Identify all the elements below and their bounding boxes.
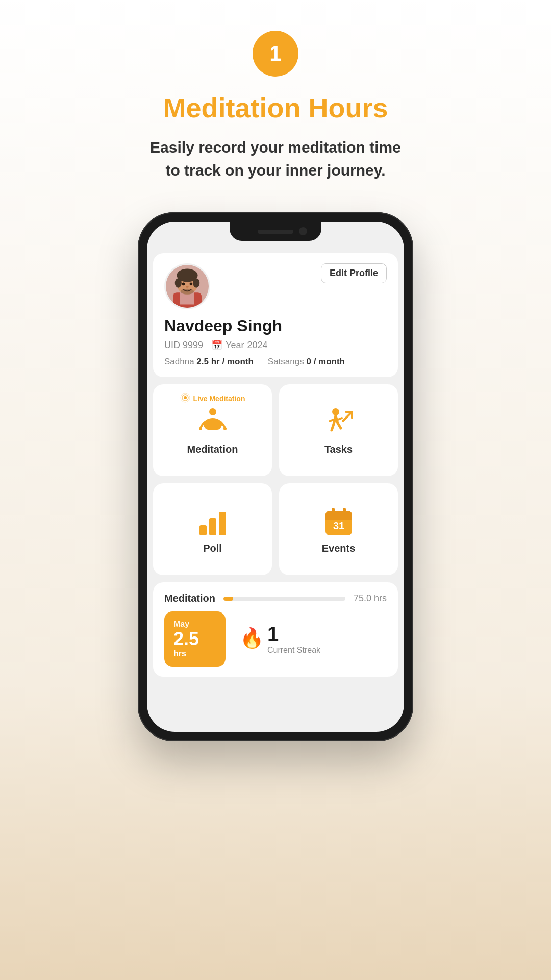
edit-profile-button[interactable]: Edit Profile xyxy=(321,263,387,283)
notch-camera xyxy=(299,227,307,235)
streak-icon: 🔥 xyxy=(238,624,262,654)
svg-point-7 xyxy=(182,283,185,286)
profile-stats: Sadhna 2.5 hr / month Satsangs 0 / month xyxy=(164,357,387,367)
uid-text: UID 9999 xyxy=(164,340,203,351)
events-label: Events xyxy=(322,543,356,554)
progress-title: Meditation xyxy=(164,593,215,604)
calendar-icon: 📅 xyxy=(211,339,222,351)
meditation-card[interactable]: Live Meditation xyxy=(153,384,272,476)
app-content: Edit Profile Navdeep Singh UID 9999 📅 Ye… xyxy=(147,222,404,732)
progress-cards: May 2.5 hrs 🔥 xyxy=(164,611,387,667)
svg-rect-21 xyxy=(219,512,226,535)
svg-point-11 xyxy=(184,396,187,399)
svg-point-9 xyxy=(186,286,189,288)
svg-point-8 xyxy=(190,283,193,286)
progress-bar-container xyxy=(223,597,345,601)
phone-mockup: Edit Profile Navdeep Singh UID 9999 📅 Ye… xyxy=(138,212,413,741)
month-value: 2.5 xyxy=(173,629,216,649)
phone-notch xyxy=(230,222,321,241)
streak-info: 1 Current Streak xyxy=(267,623,320,655)
satsangs-stat: Satsangs 0 / month xyxy=(268,357,345,367)
notch-speaker xyxy=(258,230,293,234)
profile-name: Navdeep Singh xyxy=(164,316,387,335)
svg-point-6 xyxy=(193,278,199,288)
month-label: May xyxy=(173,620,216,629)
svg-rect-19 xyxy=(199,525,207,535)
month-card: May 2.5 hrs xyxy=(164,611,226,667)
events-card[interactable]: 31 Events xyxy=(279,483,398,575)
svg-rect-24 xyxy=(325,516,352,520)
poll-card[interactable]: Poll xyxy=(153,483,272,575)
year-badge: 📅 Year 2024 xyxy=(211,339,267,351)
progress-total: 75.0 hrs xyxy=(354,593,387,604)
progress-section: Meditation 75.0 hrs May 2.5 hrs xyxy=(153,582,398,677)
svg-rect-20 xyxy=(209,518,216,535)
svg-point-10 xyxy=(181,289,194,295)
meditation-label: Meditation xyxy=(187,444,238,455)
sadhna-stat: Sadhna 2.5 hr / month xyxy=(164,357,254,367)
svg-text:🔥: 🔥 xyxy=(240,626,262,649)
profile-meta: UID 9999 📅 Year 2024 xyxy=(164,339,387,351)
live-icon xyxy=(180,393,190,405)
phone-frame: Edit Profile Navdeep Singh UID 9999 📅 Ye… xyxy=(138,212,413,741)
svg-point-5 xyxy=(175,278,182,288)
streak-number: 1 xyxy=(267,623,320,646)
phone-screen: Edit Profile Navdeep Singh UID 9999 📅 Ye… xyxy=(147,222,404,732)
svg-rect-25 xyxy=(332,508,335,515)
svg-point-14 xyxy=(209,408,216,415)
month-unit: hrs xyxy=(173,649,216,658)
progress-header: Meditation 75.0 hrs xyxy=(164,593,387,604)
main-title: Meditation Hours xyxy=(163,92,388,124)
svg-point-16 xyxy=(199,427,202,430)
streak-label: Current Streak xyxy=(267,646,320,655)
profile-section: Edit Profile Navdeep Singh UID 9999 📅 Ye… xyxy=(153,253,398,377)
svg-rect-26 xyxy=(343,508,346,515)
poll-label: Poll xyxy=(203,543,222,554)
avatar xyxy=(164,263,210,309)
svg-text:31: 31 xyxy=(333,520,344,531)
subtitle: Easily record your meditation timeto tra… xyxy=(150,136,401,182)
svg-point-18 xyxy=(332,408,339,415)
tasks-card[interactable]: Tasks xyxy=(279,384,398,476)
streak-card: 🔥 1 Current Streak xyxy=(233,611,387,667)
progress-bar-fill xyxy=(223,597,233,601)
grid-section: Live Meditation xyxy=(153,384,398,575)
tasks-label: Tasks xyxy=(324,444,353,455)
live-badge: Live Meditation xyxy=(180,393,245,405)
profile-top: Edit Profile xyxy=(164,263,387,309)
step-number: 1 xyxy=(253,31,298,77)
svg-point-17 xyxy=(223,427,227,430)
